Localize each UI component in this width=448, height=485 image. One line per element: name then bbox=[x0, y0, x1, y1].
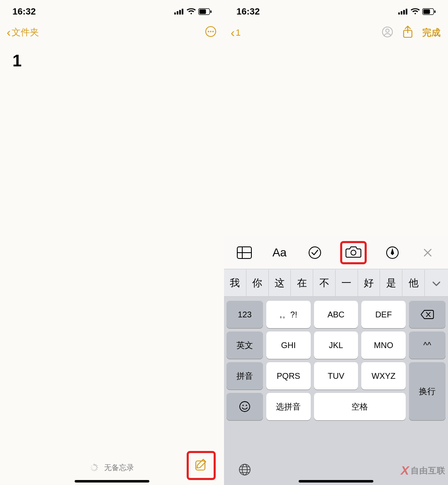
empty-status-label: 无备忘录 bbox=[104, 463, 134, 473]
svg-rect-13 bbox=[96, 466, 97, 467]
key-backspace[interactable] bbox=[409, 301, 446, 328]
back-label: 文件夹 bbox=[12, 26, 39, 39]
svg-rect-0 bbox=[174, 12, 176, 15]
signal-icon bbox=[398, 9, 408, 15]
svg-rect-29 bbox=[424, 10, 430, 14]
key-pinyin[interactable]: 拼音 bbox=[226, 362, 263, 390]
svg-point-8 bbox=[208, 31, 209, 32]
camera-icon bbox=[346, 246, 361, 258]
svg-rect-17 bbox=[94, 470, 95, 471]
key-tuv[interactable]: TUV bbox=[314, 362, 358, 390]
key-punct[interactable]: ,。?! bbox=[266, 301, 311, 328]
suggestion[interactable]: 是 bbox=[380, 270, 402, 296]
checkmark-circle-icon bbox=[308, 246, 321, 259]
key-return[interactable]: 换行 bbox=[409, 362, 446, 420]
suggestion[interactable]: 好 bbox=[358, 270, 380, 296]
key-123[interactable]: 123 bbox=[226, 301, 263, 328]
text-format-button[interactable]: Aa bbox=[270, 246, 289, 259]
suggestion-expand[interactable] bbox=[425, 271, 448, 295]
status-bar: 16:32 bbox=[0, 0, 224, 19]
key-emoji[interactable] bbox=[226, 393, 263, 420]
back-button[interactable]: ‹ 1 bbox=[231, 27, 241, 39]
svg-rect-5 bbox=[200, 10, 206, 14]
person-circle-icon bbox=[382, 26, 393, 38]
loading-spinner-icon bbox=[90, 463, 98, 472]
suggestion[interactable]: 你 bbox=[246, 270, 269, 296]
svg-rect-21 bbox=[91, 466, 93, 467]
close-toolbar-button[interactable] bbox=[418, 248, 437, 258]
more-button[interactable] bbox=[205, 26, 217, 39]
svg-point-38 bbox=[351, 250, 356, 255]
svg-point-41 bbox=[242, 405, 243, 406]
suggestion[interactable]: 我 bbox=[224, 270, 246, 296]
wifi-icon bbox=[411, 8, 420, 15]
camera-button[interactable] bbox=[346, 246, 361, 260]
share-icon bbox=[402, 26, 413, 38]
emoji-icon bbox=[239, 401, 251, 412]
note-title: 1 bbox=[12, 51, 212, 70]
compose-highlight bbox=[187, 451, 216, 480]
key-mno[interactable]: MNO bbox=[361, 331, 406, 359]
status-icons bbox=[174, 8, 212, 15]
compose-button[interactable] bbox=[194, 458, 208, 473]
svg-point-37 bbox=[309, 247, 321, 258]
svg-rect-19 bbox=[91, 468, 93, 470]
wifi-icon bbox=[187, 8, 196, 15]
svg-point-10 bbox=[212, 31, 214, 32]
svg-rect-27 bbox=[406, 9, 407, 15]
suggestion[interactable]: 这 bbox=[269, 270, 291, 296]
ellipsis-circle-icon bbox=[205, 26, 217, 37]
globe-button[interactable] bbox=[238, 463, 251, 478]
home-indicator[interactable] bbox=[299, 480, 373, 483]
key-def[interactable]: DEF bbox=[361, 301, 406, 328]
svg-rect-3 bbox=[182, 9, 183, 15]
svg-rect-1 bbox=[177, 11, 178, 15]
chevron-left-icon: ‹ bbox=[231, 27, 235, 39]
key-english[interactable]: 英文 bbox=[226, 331, 263, 359]
svg-point-9 bbox=[210, 31, 212, 32]
suggestion-bar: 我 你 这 在 不 一 好 是 他 bbox=[224, 269, 448, 297]
watermark-text: 自由互联 bbox=[411, 465, 446, 476]
svg-point-42 bbox=[246, 405, 247, 406]
home-indicator[interactable] bbox=[75, 480, 149, 483]
suggestion[interactable]: 他 bbox=[402, 270, 425, 296]
status-bar: 16:32 bbox=[224, 0, 448, 19]
note-content[interactable]: 1 bbox=[0, 43, 224, 78]
checklist-button[interactable] bbox=[305, 246, 324, 259]
share-button[interactable] bbox=[402, 26, 413, 40]
table-button[interactable] bbox=[235, 246, 254, 259]
key-pqrs[interactable]: PQRS bbox=[266, 362, 311, 390]
key-abc[interactable]: ABC bbox=[314, 301, 358, 328]
key-wxyz[interactable]: WXYZ bbox=[361, 362, 406, 390]
svg-rect-30 bbox=[434, 10, 436, 13]
svg-point-32 bbox=[386, 29, 389, 32]
backspace-icon bbox=[421, 310, 434, 319]
signal-icon bbox=[174, 9, 184, 15]
collaborate-button[interactable] bbox=[382, 26, 393, 39]
suggestion[interactable]: 在 bbox=[291, 270, 313, 296]
keyboard: 我 你 这 在 不 一 好 是 他 123 ,。?! ABC DEF 英文 GH… bbox=[224, 269, 448, 485]
svg-rect-11 bbox=[94, 464, 95, 466]
suggestion[interactable]: 不 bbox=[313, 270, 336, 296]
chevron-left-icon: ‹ bbox=[7, 26, 11, 39]
key-space[interactable]: 空格 bbox=[314, 393, 406, 420]
svg-rect-26 bbox=[403, 10, 405, 15]
markup-button[interactable] bbox=[383, 246, 402, 259]
watermark-logo-icon: X bbox=[401, 463, 409, 478]
svg-rect-12 bbox=[95, 464, 97, 466]
back-label: 1 bbox=[236, 27, 241, 38]
svg-rect-22 bbox=[92, 464, 94, 466]
keypad: 123 ,。?! ABC DEF 英文 GHI JKL MNO ^^ 拼音 PQ… bbox=[224, 297, 448, 424]
status-icons bbox=[398, 8, 436, 15]
svg-rect-16 bbox=[95, 469, 97, 471]
key-jkl[interactable]: JKL bbox=[314, 331, 358, 359]
key-select-pinyin[interactable]: 选拼音 bbox=[266, 393, 311, 420]
key-ghi[interactable]: GHI bbox=[266, 331, 311, 359]
back-button[interactable]: ‹ 文件夹 bbox=[7, 26, 39, 39]
suggestion[interactable]: 一 bbox=[336, 270, 358, 296]
compose-icon bbox=[194, 458, 208, 472]
status-time: 16:32 bbox=[236, 6, 260, 17]
key-smile[interactable]: ^^ bbox=[409, 331, 446, 359]
close-icon bbox=[423, 248, 433, 258]
done-button[interactable]: 完成 bbox=[422, 27, 441, 39]
